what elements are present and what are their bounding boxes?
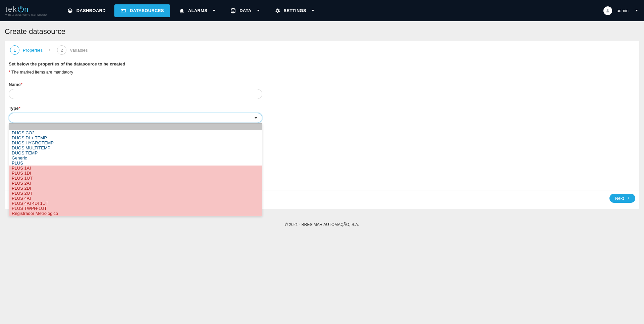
step-properties[interactable]: 1 Properties [10,45,43,55]
type-option: PLUS 4AI 4DI 1UT [9,201,262,206]
type-label: Type* [9,106,270,111]
logo-subtext: WIRELESS SENSORS TECHNOLOGY [5,14,48,16]
chevron-down-icon [312,10,314,11]
step-1-label: Properties [23,48,43,53]
chevron-down-icon [254,117,258,119]
power-icon [18,6,24,12]
nav-settings[interactable]: SETTINGS [268,4,320,17]
nav-dashboard-label: DASHBOARD [76,8,106,13]
chevron-down-icon [213,10,215,11]
name-input[interactable] [9,89,262,99]
next-button-label: Next [615,196,624,201]
bell-icon [179,8,185,14]
type-option[interactable]: DUOS DI + TEMP [9,135,262,140]
name-label: Name* [9,82,270,87]
type-option: PLUS 2UT [9,191,262,196]
type-option[interactable]: DUOS MULTITEMP [9,145,262,150]
type-select[interactable] [9,113,262,123]
step-variables[interactable]: 2 Variables [57,45,88,55]
nav-dashboard[interactable]: DASHBOARD [61,4,112,17]
step-sep-icon [47,47,52,53]
brand-logo[interactable]: tek n WIRELESS SENSORS TECHNOLOGY [5,5,48,16]
form-intro: Set below the properties of the datasour… [9,61,270,66]
mandatory-text: The marked items are mandatory [10,70,73,75]
type-option: PLUS 1UT [9,176,262,181]
arrow-right-icon [626,196,630,201]
nav-datasources-label: DATASOURCES [130,8,164,13]
nav-alarms[interactable]: ALARMS [173,4,221,17]
avatar [603,6,612,15]
user-name: admin [617,8,629,13]
type-option: PLUS 4AI [9,196,262,201]
step-1-number: 1 [10,45,19,55]
nav-data[interactable]: DATA [224,4,265,17]
nav-data-label: DATA [239,8,251,13]
mandatory-note: * The marked items are mandatory [9,70,270,75]
type-option: PLUS 1DI [9,171,262,176]
next-button[interactable]: Next [609,194,635,203]
user-menu[interactable]: admin [603,6,638,15]
type-option[interactable]: DUOS TEMP [9,150,262,155]
type-option: PLUS TWPH-1UT [9,206,262,211]
type-option: PLUS 2DI [9,186,262,191]
type-option[interactable]: PLUS [9,160,262,166]
type-option: Registrador Metrológico [9,211,262,216]
nav-alarms-label: ALARMS [188,8,207,13]
form-card: 1 Properties 2 Variables Set below the p… [5,41,639,209]
chevron-down-icon [257,10,260,11]
top-navbar: tek n WIRELESS SENSORS TECHNOLOGY DASHBO… [0,0,644,21]
step-2-label: Variables [70,48,88,53]
dashboard-icon [67,8,73,14]
page-title: Create datasource [5,27,639,36]
type-option: PLUS 2AI [9,181,262,186]
nav-settings-label: SETTINGS [284,8,306,13]
nav-items: DASHBOARD DATASOURCES ALARMS DATA [61,4,320,17]
type-option[interactable]: DUOS HYGROTEMP [9,140,262,145]
type-option[interactable]: DUOS CO2 [9,130,262,135]
datasources-icon [120,8,126,14]
dropdown-blank-option[interactable] [9,124,262,130]
step-2-number: 2 [57,45,66,55]
logo-text-accent: n [24,5,29,14]
chevron-down-icon [635,10,638,11]
type-option: PLUS 1AI [9,166,262,171]
type-dropdown: DUOS CO2DUOS DI + TEMPDUOS HYGROTEMPDUOS… [9,123,262,216]
database-icon [230,8,236,14]
type-option[interactable]: Generic [9,155,262,160]
gear-icon [274,8,280,14]
nav-datasources[interactable]: DATASOURCES [114,4,170,17]
stepper: 1 Properties 2 Variables [10,45,635,55]
logo-text-gray: tek [5,5,17,14]
